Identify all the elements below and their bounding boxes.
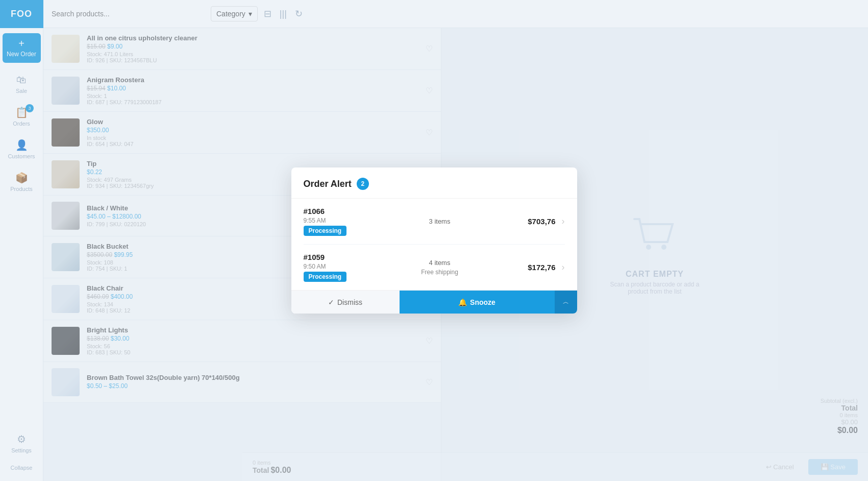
order-amount: $703,76 [515, 217, 556, 226]
chevron-up-icon: ︿ [563, 298, 569, 306]
order-details-left: #1059 9:50 AM Processing [304, 253, 365, 282]
order-alert-modal: Order Alert 2 #1066 9:55 AM Processing 3… [291, 167, 577, 314]
order-row[interactable]: #1059 9:50 AM Processing 4 items Free sh… [304, 245, 565, 290]
order-amount: $172,76 [515, 263, 556, 272]
dismiss-label: Dismiss [337, 298, 362, 306]
modal-header: Order Alert 2 [291, 167, 577, 199]
order-id: #1066 [304, 207, 365, 215]
modal-title: Order Alert [304, 179, 352, 189]
status-badge: Processing [304, 272, 347, 282]
chevron-right-icon[interactable]: › [562, 262, 565, 273]
dismiss-button[interactable]: ✓ Dismiss [291, 291, 400, 314]
snooze-button[interactable]: 🔔 Snooze [400, 291, 555, 314]
order-items: 4 items Free shipping [371, 259, 509, 276]
order-time: 9:50 AM [304, 263, 365, 270]
status-badge: Processing [304, 226, 347, 236]
modal-overlay: Order Alert 2 #1066 9:55 AM Processing 3… [0, 0, 868, 481]
check-icon: ✓ [328, 298, 334, 306]
snooze-expand-button[interactable]: ︿ [555, 291, 577, 314]
modal-footer: ✓ Dismiss 🔔 Snooze ︿ [291, 290, 577, 314]
order-items: 3 items [371, 218, 509, 225]
order-row[interactable]: #1066 9:55 AM Processing 3 items $703,76… [304, 199, 565, 245]
order-time: 9:55 AM [304, 217, 365, 224]
modal-body: #1066 9:55 AM Processing 3 items $703,76… [291, 199, 577, 290]
chevron-right-icon[interactable]: › [562, 216, 565, 227]
order-id: #1059 [304, 253, 365, 261]
bell-icon: 🔔 [458, 298, 467, 306]
modal-badge: 2 [357, 178, 369, 190]
order-details-left: #1066 9:55 AM Processing [304, 207, 365, 236]
snooze-label: Snooze [470, 298, 495, 306]
